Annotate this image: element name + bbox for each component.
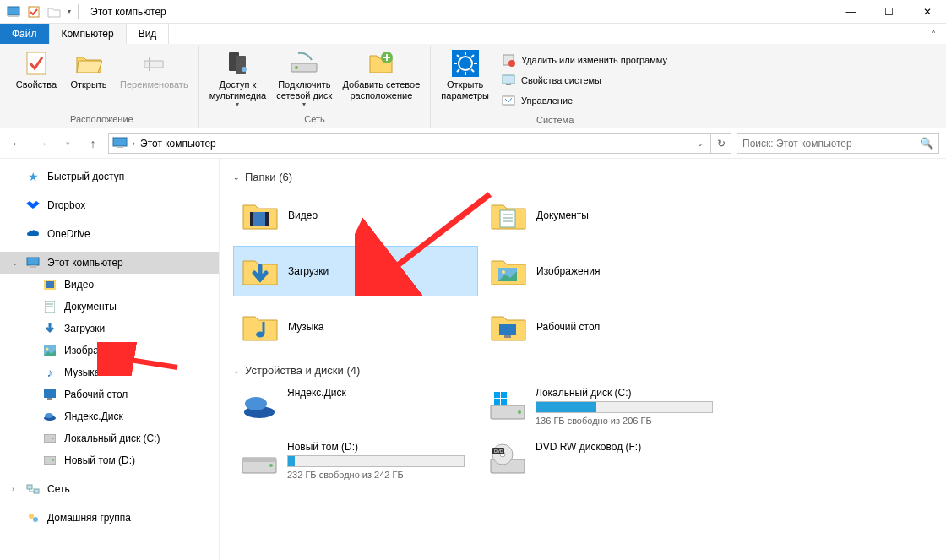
map-drive-icon	[290, 49, 318, 78]
folder-music-icon	[241, 308, 280, 345]
ribbon-tabs: Файл Компьютер Вид ˄	[0, 24, 946, 44]
uninstall-icon	[501, 52, 516, 68]
sidebar-item-new-d[interactable]: Новый том (D:)	[0, 449, 219, 471]
sidebar-item-quick-access[interactable]: ★ Быстрый доступ	[0, 166, 219, 188]
chevron-down-icon: ⌄	[233, 173, 240, 182]
sidebar-item-yandexdisk[interactable]: Яндекс.Диск	[0, 405, 219, 427]
qat-properties-icon[interactable]	[25, 3, 42, 20]
address-dropdown-icon[interactable]: ⌄	[693, 139, 707, 148]
folders-grid: Видео Документы Загрузки Изображения Муз…	[233, 190, 932, 352]
yandexdisk-icon	[240, 387, 279, 424]
svg-point-8	[242, 67, 247, 72]
minimize-button[interactable]: —	[832, 0, 870, 24]
svg-rect-66	[494, 392, 500, 398]
uninstall-button[interactable]: Удалить или изменить программу	[501, 51, 667, 69]
back-button[interactable]: ←	[7, 133, 27, 154]
sidebar-item-documents[interactable]: Документы	[0, 296, 219, 318]
sidebar-item-local-c[interactable]: Локальный диск (C:)	[0, 427, 219, 449]
media-access-button[interactable]: Доступ к мультимедиа ▾	[206, 47, 270, 110]
drive-c-bar	[536, 401, 713, 413]
svg-point-49	[33, 517, 38, 522]
sidebar-item-homegroup[interactable]: Домашняя группа	[0, 507, 219, 529]
chevron-down-icon[interactable]: ⌄	[12, 258, 19, 267]
search-box[interactable]: 🔍	[737, 133, 939, 154]
close-button[interactable]: ✕	[908, 0, 946, 24]
maximize-button[interactable]: ☐	[870, 0, 908, 24]
up-button[interactable]: ↑	[83, 133, 103, 154]
sidebar-item-onedrive[interactable]: OneDrive	[0, 223, 219, 245]
sidebar-item-video[interactable]: Видео	[0, 274, 219, 296]
svg-rect-28	[117, 146, 123, 148]
recent-locations-button[interactable]: ▾	[57, 133, 78, 154]
chevron-right-icon[interactable]: ›	[12, 485, 14, 493]
address-bar[interactable]: › Этот компьютер ⌄	[108, 133, 711, 154]
sidebar-item-dropbox[interactable]: Dropbox	[0, 194, 219, 216]
properties-button[interactable]: Свойства	[12, 47, 61, 92]
refresh-button[interactable]: ↻	[711, 133, 731, 154]
drive-local-c[interactable]: Локальный диск (C:) 136 ГБ свободно из 2…	[481, 383, 726, 429]
forward-button[interactable]: →	[32, 133, 52, 154]
folder-music[interactable]: Музыка	[233, 302, 478, 352]
add-location-icon	[367, 49, 395, 78]
sidebar-item-pictures[interactable]: Изображения	[0, 340, 219, 362]
rename-button[interactable]: Переименовать	[117, 47, 192, 92]
svg-rect-4	[144, 61, 163, 68]
svg-rect-30	[30, 265, 36, 268]
drive-icon	[42, 454, 57, 467]
svg-point-10	[295, 66, 298, 69]
svg-point-48	[29, 514, 34, 519]
documents-icon	[42, 300, 57, 313]
folder-downloads-icon	[241, 253, 280, 290]
group-label-network: Сеть	[304, 112, 324, 128]
drive-dvd[interactable]: DVD DVD RW дисковод (F:)	[481, 438, 726, 483]
search-icon: 🔍	[920, 137, 933, 150]
qat-dropdown-icon[interactable]: ▾	[68, 8, 71, 15]
group-label-location: Расположение	[70, 112, 133, 128]
folder-desktop[interactable]: Рабочий стол	[481, 302, 726, 352]
tab-file[interactable]: Файл	[0, 24, 50, 44]
sidebar-item-downloads[interactable]: Загрузки	[0, 318, 219, 340]
drive-yandexdisk[interactable]: Яндекс.Диск	[233, 383, 478, 429]
open-button[interactable]: Открыть	[64, 47, 113, 92]
sidebar-item-music[interactable]: ♪ Музыка	[0, 362, 219, 383]
tab-computer[interactable]: Компьютер	[50, 24, 127, 44]
open-settings-button[interactable]: Открыть параметры	[438, 47, 492, 102]
map-drive-button[interactable]: Подключить сетевой диск ▾	[273, 47, 335, 110]
manage-button[interactable]: Управление	[501, 91, 667, 110]
ribbon-collapse-button[interactable]: ˄	[921, 24, 946, 44]
svg-rect-69	[501, 399, 507, 405]
chevron-right-icon[interactable]: ›	[133, 139, 135, 148]
section-header-drives[interactable]: ⌄ Устройства и диски (4)	[233, 364, 932, 377]
folder-desktop-icon	[489, 308, 528, 345]
svg-rect-68	[494, 399, 500, 405]
ribbon-group-system: Открыть параметры Удалить или изменить п…	[431, 46, 679, 128]
breadcrumb-thispc[interactable]: Этот компьютер	[140, 138, 216, 150]
sidebar-item-network[interactable]: › Сеть	[0, 478, 219, 500]
qat-new-folder-icon[interactable]	[46, 3, 63, 20]
sidebar-item-desktop[interactable]: Рабочий стол	[0, 383, 219, 405]
folder-pictures[interactable]: Изображения	[481, 246, 726, 296]
sidebar-item-thispc[interactable]: ⌄ Этот компьютер	[0, 252, 219, 274]
svg-rect-51	[250, 212, 253, 226]
ribbon: Свойства Открыть Переименовать Расположе…	[0, 44, 946, 128]
navigation-pane: ★ Быстрый доступ Dropbox OneDrive ⌄ Этот…	[0, 159, 220, 560]
svg-point-58	[502, 270, 505, 274]
svg-rect-27	[113, 138, 127, 146]
tab-view[interactable]: Вид	[127, 24, 170, 44]
folder-documents[interactable]: Документы	[481, 190, 726, 241]
svg-rect-32	[46, 281, 54, 288]
system-properties-button[interactable]: Свойства системы	[501, 71, 667, 90]
search-input[interactable]	[742, 138, 915, 150]
ribbon-group-network: Доступ к мультимедиа ▾ Подключить сетево…	[199, 46, 432, 128]
folder-video[interactable]: Видео	[233, 190, 478, 241]
svg-rect-38	[44, 389, 56, 398]
folder-downloads[interactable]: Загрузки	[233, 246, 478, 296]
pictures-icon	[42, 344, 57, 357]
svg-rect-29	[27, 258, 39, 265]
drive-new-d[interactable]: Новый том (D:) 232 ГБ свободно из 242 ГБ	[233, 438, 478, 483]
svg-rect-25	[506, 84, 511, 85]
add-network-location-button[interactable]: Добавить сетевое расположение	[339, 47, 423, 102]
svg-point-37	[46, 348, 49, 351]
section-header-folders[interactable]: ⌄ Папки (6)	[233, 171, 932, 183]
svg-point-59	[256, 332, 264, 338]
